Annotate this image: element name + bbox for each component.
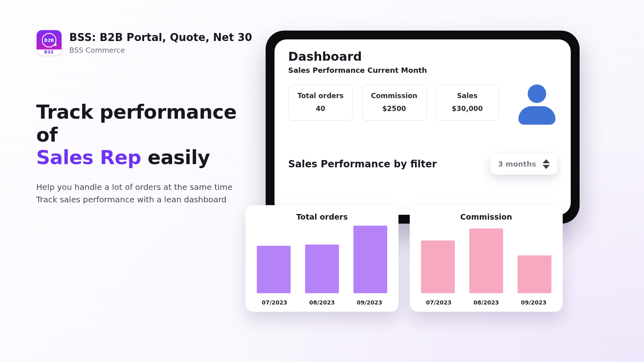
chevron-up-icon[interactable] (543, 159, 550, 163)
chart-bars (254, 226, 390, 293)
x-tick-label: 07/2023 (256, 300, 293, 305)
metric-value: $30,000 (445, 104, 490, 114)
hero-body-line1: Help you handle a lot of orders at the s… (36, 182, 233, 192)
hero-body-line2: Track sales performance with a lean dash… (36, 195, 227, 204)
chart-cards: Total orders 07/202308/202309/2023 Commi… (246, 205, 563, 312)
tablet-frame: Dashboard Sales Performance Current Mont… (266, 31, 580, 224)
dashboard-screen: Dashboard Sales Performance Current Mont… (275, 39, 571, 215)
range-dropdown[interactable]: 3 months (491, 154, 557, 175)
app-header: B2B BSS BSS: B2B Portal, Quote, Net 30 B… (36, 30, 252, 56)
metric-label: Total orders (297, 91, 344, 101)
hero-headline: Track performance of Sales Rep easily (36, 101, 254, 169)
chart-title: Commission (419, 213, 554, 221)
x-tick-label: 08/2023 (468, 300, 505, 305)
metric-value: 40 (297, 104, 344, 114)
metric-value: $2500 (371, 104, 417, 114)
filter-title: Sales Performance by filter (288, 159, 437, 169)
app-title: BSS: B2B Portal, Quote, Net 30 (69, 31, 252, 44)
chart-xlabels: 07/202308/202309/2023 (419, 300, 554, 305)
filter-row: Sales Performance by filter 3 months (288, 154, 557, 175)
metrics-row: Total orders 40 Commission $2500 Sales $… (288, 84, 557, 125)
bar[interactable] (518, 255, 551, 293)
bar[interactable] (421, 241, 455, 293)
user-avatar-icon[interactable] (517, 84, 557, 125)
hero-body: Help you handle a lot of orders at the s… (36, 181, 254, 206)
metric-label: Sales (445, 91, 490, 101)
bar[interactable] (305, 245, 339, 293)
chart-commission: Commission 07/202308/202309/2023 (410, 205, 563, 312)
metric-label: Commission (371, 91, 417, 101)
x-tick-label: 09/2023 (351, 300, 388, 305)
app-title-block: BSS: B2B Portal, Quote, Net 30 BSS Comme… (69, 31, 252, 53)
vendor-name: BSS Commerce (69, 47, 252, 54)
chevron-down-icon[interactable] (543, 165, 550, 169)
chart-xlabels: 07/202308/202309/2023 (254, 300, 390, 305)
dashboard-subtitle: Sales Performance Current Month (288, 67, 557, 74)
hero-accent: Sales Rep (36, 146, 141, 169)
dashboard-title: Dashboard (288, 51, 557, 63)
metric-commission[interactable]: Commission $2500 (362, 84, 427, 121)
bar[interactable] (353, 226, 387, 293)
logo-b2b-badge: B2B (43, 37, 56, 43)
chart-total-orders: Total orders 07/202308/202309/2023 (246, 205, 398, 312)
bar[interactable] (257, 246, 291, 293)
hero-line2-rest: easily (141, 146, 210, 169)
app-logo: B2B BSS (36, 30, 62, 56)
hero-copy: Track performance of Sales Rep easily He… (36, 101, 254, 206)
range-dropdown-selected: 3 months (498, 160, 536, 168)
chart-title: Total orders (254, 213, 390, 221)
bar[interactable] (469, 228, 503, 293)
hero-line1: Track performance of (36, 101, 237, 146)
logo-footer-strip: BSS (37, 49, 62, 55)
metric-sales[interactable]: Sales $30,000 (436, 84, 499, 121)
x-tick-label: 08/2023 (303, 300, 341, 305)
metric-total-orders[interactable]: Total orders 40 (288, 84, 353, 121)
stepper-icon (543, 159, 550, 169)
chart-bars (419, 226, 554, 293)
x-tick-label: 09/2023 (515, 300, 552, 305)
x-tick-label: 07/2023 (420, 300, 457, 305)
